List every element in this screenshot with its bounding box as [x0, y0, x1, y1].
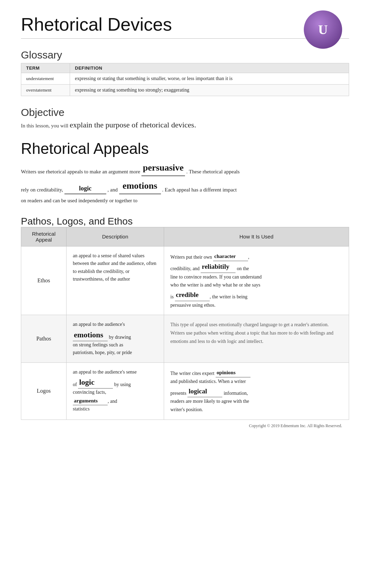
appeals-para1-suffix: . These rhetorical appeals: [186, 169, 240, 174]
page-title: Rhetorical Devices: [21, 14, 349, 35]
ple-col-description: Description: [67, 227, 164, 246]
appeals-para1-prefix: Writers use rhetorical appeals to make a…: [21, 169, 140, 174]
glossary-col-term: TERM: [21, 63, 70, 73]
objective-section: Objective In this lesson, you will expla…: [21, 107, 349, 130]
objective-emphasis: explain the purpose of rhetorical device…: [70, 120, 196, 129]
appeals-para1: Writers use rhetorical appeals to make a…: [21, 160, 349, 176]
ple-title: Pathos, Logos, and Ethos: [21, 216, 349, 227]
blank-arguments: arguments: [73, 397, 108, 405]
glossary-title: Glossary: [21, 49, 349, 61]
glossary-col-definition: DEFINITION: [70, 63, 349, 73]
ple-desc-logos: an appeal to the audience's senseof logi…: [67, 362, 164, 420]
ple-how-pathos: This type of appeal uses emotionally cha…: [164, 315, 349, 362]
rhetorical-appeals-title: Rhetorical Appeals: [21, 140, 349, 157]
glossary-term-0: understatement: [21, 73, 70, 85]
ple-col-how: How It Is Used: [164, 227, 349, 246]
copyright: Copyright © 2019 Edmentum Inc. All Right…: [21, 423, 349, 429]
ple-appeal-ethos: Ethos: [21, 246, 67, 315]
ple-appeal-pathos: Pathos: [21, 315, 67, 362]
glossary-term-1: overstatement: [21, 85, 70, 96]
blank-opinions: opinions: [216, 368, 250, 378]
ple-desc-ethos: an appeal to a sense of shared values be…: [67, 246, 164, 315]
avatar: U: [304, 10, 342, 49]
appeals-blank-persuasive: persuasive: [141, 160, 185, 176]
blank-logical: logical: [187, 386, 222, 397]
blank-character: character: [213, 252, 248, 261]
objective-title: Objective: [21, 107, 349, 118]
ple-appeal-logos: Logos: [21, 362, 67, 420]
objective-prefix: In this lesson, you will: [21, 123, 68, 128]
blank-reliabitily: reliabitily: [201, 261, 236, 273]
ple-col-appeal: Rhetorical Appeal: [21, 227, 67, 246]
avatar-initial: U: [318, 22, 327, 37]
ple-how-ethos: Writers put their own character, credibi…: [164, 246, 349, 315]
ple-desc-pathos: an appeal to the audience'semotions by d…: [67, 315, 164, 362]
glossary-table: TERM DEFINITION understatementexpressing…: [21, 63, 349, 96]
appeals-para2-prefix: rely on creditability,: [21, 187, 63, 193]
appeals-para2: rely on creditability, logic , and emoti…: [21, 178, 349, 194]
glossary-definition-1: expressing or stating something too stro…: [70, 85, 349, 96]
blank-logic-desc: logic: [78, 376, 113, 389]
blank-emotions: emotions: [73, 329, 108, 341]
appeals-blank-logic: logic: [64, 183, 106, 195]
objective-text: In this lesson, you will explain the pur…: [21, 120, 349, 130]
appeals-blank-emotions: emotions: [119, 178, 161, 194]
ple-table: Rhetorical Appeal Description How It Is …: [21, 227, 349, 420]
appeals-para3: on readers and can be used independently…: [21, 196, 349, 205]
appeals-para2-suffix: . Each appeal has a different impact: [162, 187, 237, 193]
glossary-definition-0: expressing or stating that something is …: [70, 73, 349, 85]
appeals-para2-between: , and: [108, 187, 118, 193]
ple-how-logos: The writer cites expert opinionsand publ…: [164, 362, 349, 420]
blank-credible: credible: [175, 289, 210, 301]
